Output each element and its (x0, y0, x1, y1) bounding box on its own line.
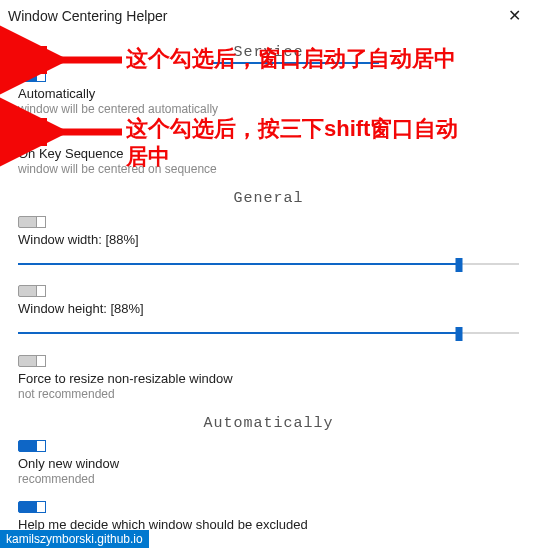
toggle-force-resize[interactable] (18, 355, 46, 367)
option-window-height: Window height: [88%] (18, 285, 519, 341)
toggle-window-height[interactable] (18, 285, 46, 297)
section-automatically: Automatically (18, 415, 519, 432)
option-subtitle: window will be centered on sequence (18, 162, 519, 176)
option-title: Automatically (18, 86, 519, 101)
slider-window-width[interactable] (18, 257, 519, 271)
section-service: Service (18, 44, 519, 61)
section-general: General (18, 190, 519, 207)
option-force-resize: Force to resize non-resizable window not… (18, 354, 519, 401)
content-area: Service Automatically window will be cen… (0, 44, 537, 547)
option-title: Force to resize non-resizable window (18, 371, 519, 386)
option-window-width: Window width: [88%] (18, 215, 519, 271)
toggle-only-new-window[interactable] (18, 440, 46, 452)
option-subtitle: recommended (18, 472, 519, 486)
titlebar: Window Centering Helper ✕ (0, 0, 537, 34)
toggle-automatically[interactable] (18, 70, 46, 82)
toggle-window-width[interactable] (18, 216, 46, 228)
option-title: Only new window (18, 456, 519, 471)
slider-window-height[interactable] (18, 326, 519, 340)
option-subtitle: window will be centered automatically (18, 102, 519, 116)
toggle-help-exclude[interactable] (18, 501, 46, 513)
option-subtitle: not recommended (18, 387, 519, 401)
option-title: Window width: [88%] (18, 232, 519, 247)
option-only-new-window: Only new window recommended (18, 440, 519, 487)
option-title: Window height: [88%] (18, 301, 519, 316)
option-title: On Key Sequence (18, 146, 519, 161)
footer-credit[interactable]: kamilszymborski.github.io (0, 530, 149, 548)
toggle-keysequence[interactable] (18, 130, 46, 142)
close-button[interactable]: ✕ (502, 6, 527, 26)
option-automatically: Automatically window will be centered au… (18, 69, 519, 116)
window-title: Window Centering Helper (8, 8, 168, 24)
option-keysequence: On Key Sequence window will be centered … (18, 130, 519, 177)
